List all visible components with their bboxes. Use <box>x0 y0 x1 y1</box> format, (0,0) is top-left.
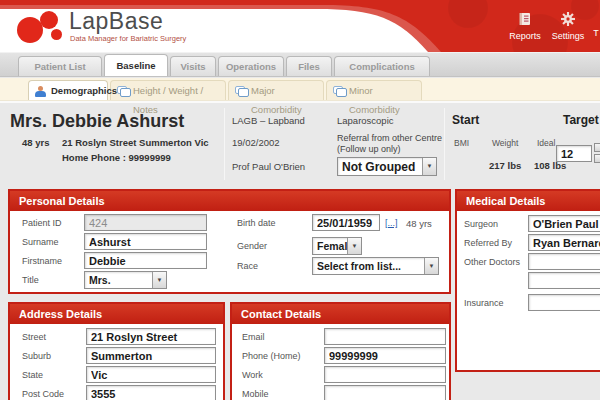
logo-dot-medium <box>40 11 58 29</box>
weight-value: 217 lbs <box>489 160 521 171</box>
work-field[interactable] <box>324 366 446 383</box>
race-select-value: Select from list... <box>317 260 422 272</box>
chevron-down-icon: ▼ <box>424 258 438 274</box>
target-stepper <box>594 143 600 165</box>
email-field[interactable] <box>324 328 446 345</box>
medical-details-title: Medical Details <box>457 191 600 211</box>
surgeon-label: Surgeon <box>464 219 498 229</box>
chevron-down-icon: ▼ <box>347 238 361 254</box>
contact-details-panel: Contact Details Email Phone (Home) Work … <box>230 302 451 400</box>
nav-settings-label: Settings <box>552 31 585 41</box>
gender-select[interactable]: Female ▼ <box>312 237 362 255</box>
phone-home-field[interactable] <box>324 347 446 364</box>
surname-label: Surname <box>22 237 59 247</box>
person-icon <box>35 86 46 97</box>
patient-name: Mrs. Debbie Ashurst <box>10 111 184 132</box>
referred-by-label: Referred By <box>464 238 512 248</box>
main-tab-bar: Patient List Baseline Visits Operations … <box>0 52 600 77</box>
tab-operations[interactable]: Operations <box>218 56 284 76</box>
subtab-minor-label: Minor Comorbidity <box>349 85 400 115</box>
chevron-down-icon: ▼ <box>422 158 436 175</box>
nav-more-partial[interactable]: T <box>590 28 600 38</box>
nav-settings[interactable]: Settings <box>546 12 590 41</box>
mobile-label: Mobile <box>242 389 269 399</box>
referred-by-field[interactable] <box>528 234 600 251</box>
patient-id-field <box>84 214 207 231</box>
firstname-label: Firstname <box>22 256 62 266</box>
race-select[interactable]: Select from list... ▼ <box>312 257 439 275</box>
stepper-up-button[interactable] <box>594 143 600 152</box>
birthdate-field[interactable] <box>312 214 380 231</box>
target-input[interactable] <box>556 145 592 162</box>
birthdate-picker-link[interactable]: [...] <box>385 218 398 228</box>
personal-details-panel: Personal Details Patient ID Surname Firs… <box>8 189 451 294</box>
other-doctors-label: Other Doctors <box>464 257 520 267</box>
other-doctor-1-field[interactable] <box>528 253 600 270</box>
gear-icon <box>546 12 590 28</box>
start-title: Start <box>452 113 479 127</box>
patient-home-phone: Home Phone : 99999999 <box>62 152 171 163</box>
tab-patient-list[interactable]: Patient List <box>18 56 102 76</box>
tab-baseline[interactable]: Baseline <box>104 54 168 76</box>
title-label: Title <box>22 275 39 285</box>
title-select[interactable]: Mrs. ▼ <box>84 271 167 289</box>
reports-icon <box>503 12 547 28</box>
patient-age: 48 yrs <box>22 137 49 148</box>
group-select-value: Not Grouped <box>342 160 420 174</box>
race-label: Race <box>237 261 258 271</box>
bmi-label: BMI <box>454 138 469 148</box>
personal-details-title: Personal Details <box>10 191 449 211</box>
speech-bubble-icon <box>333 86 345 96</box>
band-divider <box>0 101 600 103</box>
postcode-field[interactable] <box>86 385 216 400</box>
patient-id-label: Patient ID <box>22 218 62 228</box>
gender-select-value: Female <box>317 240 348 252</box>
speech-bubble-icon <box>117 86 129 96</box>
phone-home-label: Phone (Home) <box>242 351 301 361</box>
nav-reports[interactable]: Reports <box>503 12 547 41</box>
suburb-label: Suburb <box>22 351 51 361</box>
group-select[interactable]: Not Grouped ▼ <box>337 157 437 176</box>
tab-complications[interactable]: Complications <box>334 56 430 76</box>
surname-field[interactable] <box>84 233 207 250</box>
subtab-height-weight-notes[interactable]: Height / Weight / Notes <box>110 80 226 100</box>
speech-bubble-icon <box>235 86 247 96</box>
lapbase-window: LapBase Data Manager for Bariatric Surge… <box>0 0 600 400</box>
tab-visits[interactable]: Visits <box>170 56 216 76</box>
logo-dot-small <box>51 29 62 40</box>
gender-label: Gender <box>237 241 267 251</box>
tab-files[interactable]: Files <box>286 56 332 76</box>
referral-text: Referral from other Centre <box>337 133 442 143</box>
insurance-label: Insurance <box>464 298 504 308</box>
state-label: State <box>22 370 43 380</box>
weight-label: Weight <box>492 138 518 148</box>
subtab-demographics[interactable]: Demographics <box>28 80 108 100</box>
nav-reports-label: Reports <box>509 31 541 41</box>
birthdate-label: Birth date <box>237 218 276 228</box>
referral-note: (Follow up only) <box>337 144 401 154</box>
subtab-demographics-label: Demographics <box>51 85 117 96</box>
insurance-field[interactable] <box>528 294 600 311</box>
app-tagline: Data Manager for Bariatric Surgery <box>70 34 186 43</box>
contact-details-title: Contact Details <box>232 304 449 324</box>
street-field[interactable] <box>86 328 216 345</box>
firstname-field[interactable] <box>84 252 207 269</box>
medical-details-panel: Medical Details Surgeon Referred By Othe… <box>455 189 600 372</box>
mobile-field[interactable] <box>324 385 446 400</box>
subtab-minor-comorbidity[interactable]: Minor Comorbidity <box>326 80 422 100</box>
surgeon-field[interactable] <box>528 215 600 232</box>
email-label: Email <box>242 332 265 342</box>
stepper-down-button[interactable] <box>594 154 600 163</box>
app-title: LapBase <box>69 8 163 35</box>
title-select-value: Mrs. <box>89 274 150 286</box>
state-field[interactable] <box>86 366 216 383</box>
patient-address: 21 Roslyn Street Summerton Vic <box>62 137 209 148</box>
suburb-field[interactable] <box>86 347 216 364</box>
target-title: Target <box>563 113 599 127</box>
ideal-label: Ideal <box>537 138 555 148</box>
summary-separator <box>444 108 445 180</box>
procedure-name: LAGB – Lapband <box>232 115 305 126</box>
other-doctor-2-field[interactable] <box>528 272 600 289</box>
subtab-major-comorbidity[interactable]: Major Comorbidity <box>228 80 324 100</box>
work-label: Work <box>242 370 263 380</box>
